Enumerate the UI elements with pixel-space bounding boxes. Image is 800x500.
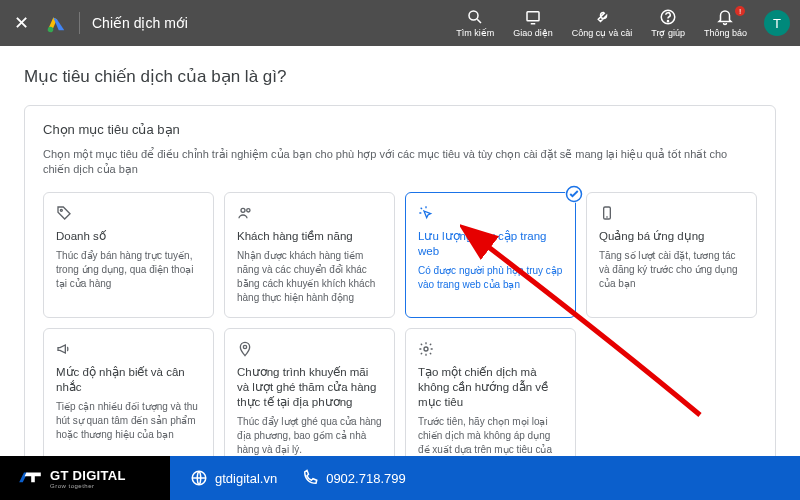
footer-website-text: gtdigital.vn [215, 471, 277, 486]
footer-banner: GT DIGITAL Grow together gtdigital.vn 09… [0, 456, 800, 500]
topbar-tools[interactable]: Công cụ và cài [564, 4, 641, 42]
footer-website[interactable]: gtdigital.vn [190, 469, 277, 487]
objective-title: Doanh số [56, 229, 201, 244]
close-icon[interactable]: ✕ [10, 8, 33, 38]
objectives-row-2: Mức độ nhận biết và cân nhắc Tiếp cận nh… [43, 328, 757, 456]
search-icon [466, 8, 484, 26]
svg-point-8 [241, 208, 245, 212]
topbar-tools-label: Công cụ và cài [572, 28, 633, 38]
appearance-icon [524, 8, 542, 26]
svg-point-7 [60, 209, 62, 211]
objective-title: Mức độ nhận biết và cân nhắc [56, 365, 201, 395]
footer-phone[interactable]: 0902.718.799 [301, 469, 406, 487]
megaphone-icon [56, 341, 201, 359]
topbar-appearance-label: Giao diện [513, 28, 553, 38]
tag-icon [56, 205, 201, 223]
objective-desc: Tiếp cận nhiều đối tượng và thu hút sự q… [56, 400, 201, 442]
bell-icon [716, 8, 734, 26]
gt-logo-icon [18, 469, 42, 487]
svg-point-14 [424, 347, 428, 351]
footer-brand-block: GT DIGITAL Grow together [0, 456, 170, 500]
objective-title: Khách hàng tiềm năng [237, 229, 382, 244]
pin-icon [237, 341, 382, 359]
objective-desc: Nhận được khách hàng tiềm năng và các ch… [237, 249, 382, 305]
topbar-search-label: Tìm kiếm [456, 28, 494, 38]
objective-sales[interactable]: Doanh số Thúc đẩy bán hàng trực tuyến, t… [43, 192, 214, 318]
objective-no-goal[interactable]: Tạo một chiến dịch mà không cần hướng dẫ… [405, 328, 576, 456]
footer-brand: GT DIGITAL [50, 468, 126, 483]
objective-desc: Thúc đẩy lượt ghé qua cửa hàng địa phươn… [237, 415, 382, 456]
topbar: ✕ Chiến dịch mới Tìm kiếm Giao diện Công… [0, 0, 800, 46]
svg-line-2 [477, 19, 481, 23]
svg-rect-3 [527, 12, 539, 21]
objective-card: Chọn mục tiêu của bạn Chọn một mục tiêu … [24, 105, 776, 456]
footer-phone-text: 0902.718.799 [326, 471, 406, 486]
phone-call-icon [301, 469, 319, 487]
card-title: Chọn mục tiêu của bạn [43, 122, 757, 137]
avatar[interactable]: T [764, 10, 790, 36]
svg-point-13 [243, 345, 246, 348]
topbar-notifications[interactable]: ! Thông báo [696, 4, 755, 42]
wrench-icon [593, 8, 611, 26]
topbar-left: ✕ Chiến dịch mới [10, 8, 188, 38]
click-icon [418, 205, 563, 223]
phone-icon [599, 205, 744, 223]
card-subtitle: Chọn một mục tiêu để điều chỉnh trải ngh… [43, 147, 757, 178]
topbar-notif-label: Thông báo [704, 28, 747, 38]
check-icon [565, 185, 583, 203]
svg-point-9 [247, 208, 250, 211]
gear-icon [418, 341, 563, 359]
svg-point-1 [469, 11, 478, 20]
objective-local-store[interactable]: Chương trình khuyến mãi và lượt ghé thăm… [224, 328, 395, 456]
footer-contact: gtdigital.vn 0902.718.799 [170, 456, 800, 500]
globe-icon [190, 469, 208, 487]
divider [79, 12, 80, 34]
objective-app-promo[interactable]: Quảng bá ứng dụng Tăng số lượt cài đặt, … [586, 192, 757, 318]
objective-desc: Thúc đẩy bán hàng trực tuyến, trong ứng … [56, 249, 201, 291]
topbar-help[interactable]: Trợ giúp [643, 4, 693, 42]
empty-cell [586, 328, 757, 456]
objective-desc: Có được người phù hợp truy cập vào trang… [418, 264, 563, 292]
google-ads-logo-icon [45, 12, 67, 34]
objective-desc: Tăng số lượt cài đặt, tương tác và đăng … [599, 249, 744, 291]
objective-website-traffic[interactable]: Lưu lượng truy cập trang web Có được ngư… [405, 192, 576, 318]
objective-desc: Trước tiên, hãy chọn mọi loại chiến dịch… [418, 415, 563, 456]
objective-awareness[interactable]: Mức độ nhận biết và cân nhắc Tiếp cận nh… [43, 328, 214, 456]
objective-title: Tạo một chiến dịch mà không cần hướng dẫ… [418, 365, 563, 410]
page-title: Mục tiêu chiến dịch của bạn là gì? [24, 66, 776, 87]
objective-title: Lưu lượng truy cập trang web [418, 229, 563, 259]
content: Mục tiêu chiến dịch của bạn là gì? Chọn … [0, 46, 800, 456]
footer-tagline: Grow together [50, 483, 126, 489]
topbar-right: Tìm kiếm Giao diện Công cụ và cài Trợ gi… [448, 4, 790, 42]
objective-title: Chương trình khuyến mãi và lượt ghé thăm… [237, 365, 382, 410]
objective-leads[interactable]: Khách hàng tiềm năng Nhận được khách hàn… [224, 192, 395, 318]
topbar-help-label: Trợ giúp [651, 28, 685, 38]
topbar-appearance[interactable]: Giao diện [505, 4, 561, 42]
topbar-title: Chiến dịch mới [92, 15, 188, 31]
topbar-search[interactable]: Tìm kiếm [448, 4, 502, 42]
notification-badge: ! [735, 6, 745, 16]
svg-point-0 [48, 27, 54, 32]
objective-title: Quảng bá ứng dụng [599, 229, 744, 244]
leads-icon [237, 205, 382, 223]
objectives-row-1: Doanh số Thúc đẩy bán hàng trực tuyến, t… [43, 192, 757, 318]
svg-point-6 [668, 21, 669, 22]
help-icon [659, 8, 677, 26]
